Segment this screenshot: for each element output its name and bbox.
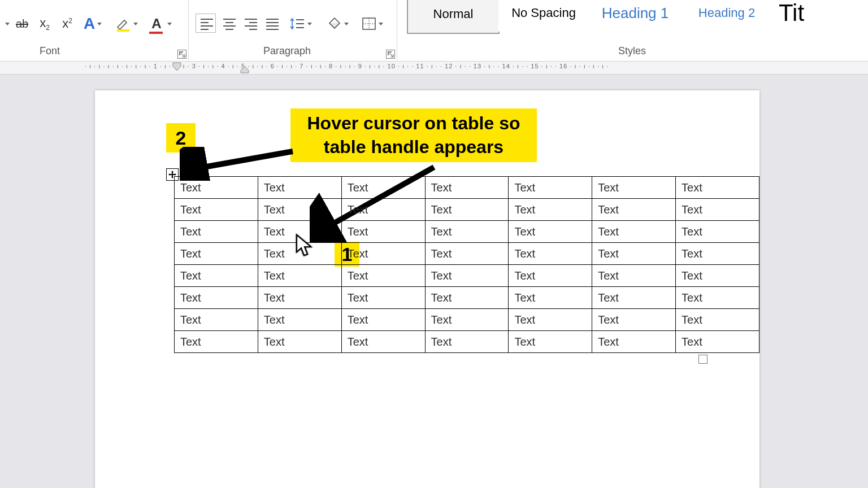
table-cell[interactable]: Text [592,243,676,265]
table-cell[interactable]: Text [509,265,592,287]
table-cell[interactable]: Text [425,177,509,199]
paragraph-dialog-launcher[interactable] [386,50,395,59]
table-cell[interactable]: Text [175,331,258,353]
table-cell[interactable]: Text [175,199,258,221]
style-label: Heading 1 [602,5,669,22]
table-row: TextTextTextTextTextTextText [175,243,760,265]
borders-button[interactable] [358,14,387,34]
table-cell[interactable]: Text [341,199,425,221]
svg-line-25 [191,151,293,169]
table-cell[interactable]: Text [175,221,258,243]
table-cell[interactable]: Text [676,199,760,221]
table-cell[interactable]: Text [592,221,676,243]
align-center-button[interactable] [220,14,238,34]
align-left-selected-frame [196,14,216,33]
table-cell[interactable]: Text [341,331,425,353]
table-cell[interactable]: Text [258,287,341,309]
table-cell[interactable]: Text [175,243,258,265]
table-cell[interactable]: Text [425,331,509,353]
table-cell[interactable]: Text [341,177,425,199]
table-resize-handle-icon[interactable] [698,355,708,364]
table-cell[interactable]: Text [592,265,676,287]
table-cell[interactable]: Text [175,177,258,199]
table-cell[interactable]: Text [592,287,676,309]
hanging-indent-marker[interactable] [240,66,250,74]
table-cell[interactable]: Text [509,199,592,221]
strikethrough-button[interactable]: ab [14,14,31,34]
table-cell[interactable]: Text [509,287,592,309]
table-cell[interactable]: Text [425,199,509,221]
table-cell[interactable]: Text [676,243,760,265]
table-cell[interactable]: Text [509,177,592,199]
annotation-callout: Hover cursor on table so table handle ap… [290,108,537,162]
paragraph-group-label: Paragraph [263,45,311,57]
text-effects-button[interactable]: A [80,14,105,34]
table-cell[interactable]: Text [258,309,341,331]
style-title-truncated[interactable]: Tit [773,0,824,32]
first-line-indent-marker[interactable] [172,62,182,74]
table-row: TextTextTextTextTextTextText [175,199,760,221]
table-cell[interactable]: Text [341,309,425,331]
table-cell[interactable]: Text [676,265,760,287]
style-heading-1[interactable]: Heading 1 [590,0,680,32]
table-cell[interactable]: Text [258,331,341,353]
table-cell[interactable]: Text [425,243,509,265]
table-cell[interactable]: Text [425,265,509,287]
table-cell[interactable]: Text [341,221,425,243]
highlight-button[interactable] [113,14,140,34]
table-cell[interactable]: Text [676,221,760,243]
font-more-dropdown[interactable] [0,14,12,34]
table-row: TextTextTextTextTextTextText [175,287,760,309]
shading-button[interactable] [326,14,350,34]
align-right-button[interactable] [242,14,260,34]
page[interactable]: Hover cursor on table so table handle ap… [95,90,760,488]
table-row: TextTextTextTextTextTextText [175,265,760,287]
line-spacing-button[interactable] [288,14,313,34]
table-cell[interactable]: Text [676,177,760,199]
table-cell[interactable]: Text [341,265,425,287]
table-cell[interactable]: Text [592,177,676,199]
table-cell[interactable]: Text [258,221,341,243]
table-cell[interactable]: Text [592,331,676,353]
table-row: TextTextTextTextTextTextText [175,221,760,243]
table-cell[interactable]: Text [509,309,592,331]
table-cell[interactable]: Text [592,199,676,221]
table-cell[interactable]: Text [258,177,341,199]
align-justify-button[interactable] [263,14,281,34]
table-cell[interactable]: Text [175,287,258,309]
style-heading-2[interactable]: Heading 2 [682,0,772,32]
table-cell[interactable]: Text [341,287,425,309]
table-cell[interactable]: Text [676,309,760,331]
document-area: Hover cursor on table so table handle ap… [0,75,868,488]
annotation-step-2-badge: 2 [166,123,196,152]
horizontal-ruler[interactable]: · ı · ı · ı · ı · ı · ı · ı · 1 · ı · ı … [0,62,868,75]
font-color-button[interactable]: A [148,14,175,34]
styles-group-label: Styles [618,45,646,57]
table-cell[interactable]: Text [592,309,676,331]
table-cell[interactable]: Text [258,265,341,287]
style-no-spacing[interactable]: No Spacing [498,0,589,32]
subscript-button[interactable]: x2 [36,14,53,34]
annotation-arrow-to-handle [180,147,298,181]
table-cell[interactable]: Text [676,331,760,353]
table-cell[interactable]: Text [425,309,509,331]
superscript-button[interactable]: x2 [59,14,76,34]
table-cell[interactable]: Text [676,287,760,309]
font-dialog-launcher[interactable] [177,50,186,59]
table-row: TextTextTextTextTextTextText [175,331,760,353]
table-cell[interactable]: Text [509,243,592,265]
table-cell[interactable]: Text [341,243,425,265]
table-row: TextTextTextTextTextTextText [175,177,760,199]
table-cell[interactable]: Text [425,287,509,309]
svg-rect-0 [117,29,129,32]
table-cell[interactable]: Text [175,265,258,287]
table-cell[interactable]: Text [509,221,592,243]
table-cell[interactable]: Text [509,331,592,353]
table-cell[interactable]: Text [175,309,258,331]
table-cell[interactable]: Text [258,243,341,265]
table-cell[interactable]: Text [258,199,341,221]
ruler-ticks: · ı · ı · ı · ı · ı · ı · ı · 1 · ı · ı … [85,63,609,69]
table-cell[interactable]: Text [425,221,509,243]
style-normal[interactable]: Normal [407,0,500,34]
content-table[interactable]: TextTextTextTextTextTextTextTextTextText… [174,176,760,353]
